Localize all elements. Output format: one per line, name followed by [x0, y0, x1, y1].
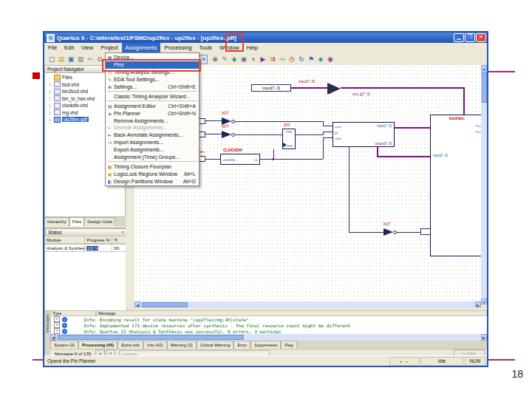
not-gate-3[interactable] — [383, 228, 393, 236]
out-bus-h[interactable] — [341, 87, 465, 89]
dff-symbol[interactable]: PRN CLRN — [282, 129, 296, 149]
simulator-tool-icon[interactable]: ◉ — [325, 54, 335, 65]
menu-file[interactable]: File — [44, 43, 61, 52]
annotation-box-toolbar — [225, 33, 244, 52]
menu-item-settings[interactable]: ⊕Settings...Ctrl+Shift+E — [106, 83, 199, 91]
mg-block[interactable]: input[7..0] reset go clock output[7..0] — [332, 122, 395, 147]
tree-item-label: mg.vhd — [62, 110, 78, 115]
message-row[interactable]: +iInfo: Quartus II Analysis & Synthesis … — [51, 328, 487, 334]
message-text: Info: Implemented 173 device resources a… — [83, 323, 350, 328]
expand-icon[interactable]: + — [54, 322, 60, 328]
flag-icon[interactable]: ⚑ — [306, 54, 316, 65]
menu-item-timing-closure-floorplan[interactable]: ▦Timing Closure Floorplan — [106, 163, 199, 170]
status-hint: Opens the Pin Planner — [44, 358, 389, 364]
menu-item-eda-tool-settings[interactable]: ✎EDA Tool Settings... — [106, 76, 199, 83]
menu-item-demote-assignments[interactable]: ⇤Demote Assignments... — [106, 124, 199, 132]
dff-prn-label: PRN — [286, 130, 292, 134]
status-column-0[interactable]: Module — [45, 236, 85, 244]
tab-files[interactable]: Files — [69, 217, 85, 226]
menu-item-import-assignments[interactable]: ⇥Import Assignments... — [106, 139, 199, 146]
stop-processing-icon[interactable]: ● — [248, 54, 259, 65]
menu-item-assignment-time-groups[interactable]: Assignment (Time) Groups... — [106, 154, 199, 161]
messages-tab-extra-info[interactable]: Extra Info — [117, 341, 143, 349]
menu-item-pin-planner[interactable]: ◈Pin PlannerCtrl+Shift+N — [106, 109, 199, 117]
menu-item-remove-assignments[interactable]: Remove Assignments... — [106, 117, 199, 124]
pin-planner-icon[interactable]: ◈ — [229, 54, 239, 65]
menu-item-back-annotate-assignments[interactable]: ⇤Back-Annotate Assignments... — [106, 132, 199, 139]
menu-item-assignment-editor[interactable]: ▤Assignment EditorCtrl+Shift+A — [106, 102, 199, 109]
cut-icon[interactable]: ✂ — [85, 54, 95, 65]
menu-item-logiclock-regions-window[interactable]: ▣LogicLock Regions WindowAlt+L — [106, 170, 199, 177]
message-column-header[interactable]: Message — [96, 310, 487, 316]
new-file-icon[interactable]: ▢ — [47, 54, 57, 65]
tab-hierarchy[interactable]: Hierarchy — [44, 217, 69, 226]
expand-icon[interactable]: + — [54, 328, 60, 334]
messages-header: Type Message — [50, 310, 487, 316]
status-column-1[interactable]: Progress % — [85, 236, 112, 244]
status-icons-cell: ●▲ — [389, 357, 419, 366]
not-gate-1[interactable] — [222, 117, 231, 125]
status-column-2[interactable]: Ti — [112, 236, 126, 244]
minimize-button[interactable]: ▁ — [454, 33, 464, 42]
messages-tab-info-42-[interactable]: Info (42) — [143, 341, 167, 349]
input-pin[interactable]: input[7..0] — [251, 84, 291, 92]
tab-design-units[interactable]: Design Units — [84, 217, 115, 226]
input-bus[interactable] — [291, 87, 327, 89]
partitions-icon: ◧ — [106, 179, 114, 184]
messages-tab-warning-3-[interactable]: Warning (3) — [167, 341, 197, 349]
messages-tab-error[interactable]: Error — [233, 341, 250, 349]
title-bar[interactable]: Q Quartus II - C:/altera/test1/FSMD/up2f… — [44, 33, 487, 43]
mg-port-clock: clock — [335, 137, 341, 140]
editor-hscrollbar[interactable]: ◀ ▶ — [134, 301, 481, 307]
start-compilation-icon[interactable]: ▶ — [258, 54, 268, 65]
menu-processing[interactable]: Processing — [160, 43, 195, 52]
open-file-icon[interactable]: ▤ — [56, 54, 66, 65]
bin2dec-block[interactable]: bin2dec Pout Pout input[7..0] — [430, 115, 484, 256]
clockdiv-label: CLOCKDIV — [223, 148, 242, 152]
messages-tab-processing-45-[interactable]: Processing (45) — [78, 341, 117, 349]
maximize-button[interactable]: ❐ — [465, 33, 475, 42]
messages-tab-system-3-[interactable]: System (3) — [50, 341, 78, 349]
clockdiv-in-label: clk25MHz — [222, 158, 236, 162]
type-column-header[interactable]: Type — [50, 310, 96, 316]
menu-tools[interactable]: Tools — [196, 43, 216, 52]
messages-tab-critical-warning[interactable]: Critical Warning — [197, 341, 234, 349]
menu-item-label: EDA Tool Settings... — [114, 77, 196, 82]
update-icon[interactable]: ↻ — [296, 54, 307, 65]
message-row[interactable]: +iInfo: Implemented 173 device resources… — [51, 322, 487, 328]
mg-output-label: output[7..0] — [375, 142, 392, 146]
analysis-synthesis-icon[interactable]: ⇉ — [267, 54, 278, 65]
messages-hscrollbar[interactable]: ◀ ▶ — [50, 334, 487, 341]
mg-port-reset: reset — [335, 125, 341, 129]
not-gate-2[interactable] — [222, 131, 231, 138]
messages-tab-flag[interactable]: Flag — [281, 341, 296, 349]
menu-item-classic-timing-analyzer-wizard[interactable]: Classic Timing Analyzer Wizard... — [106, 92, 199, 100]
assignment-editor-icon[interactable]: ✎ — [219, 54, 230, 65]
error-count-icon: ● — [398, 359, 403, 364]
close-button[interactable]: ✕ — [476, 33, 486, 42]
menu-help[interactable]: Help — [243, 43, 262, 52]
timing-analyzer-icon[interactable]: ◷ — [287, 54, 297, 65]
editor-vscrollbar[interactable]: ▲ ▼ — [481, 65, 487, 304]
tree-item-label: clockdiv.vhd — [62, 103, 88, 108]
menu-item-shortcut: Alt+L — [184, 171, 199, 177]
message-row[interactable]: +iInfo: Encoding result for state machin… — [51, 316, 487, 322]
messages-tab-suppressed[interactable]: Suppressed — [250, 341, 281, 349]
clockdiv-block[interactable]: clk25MHz clk — [220, 154, 260, 165]
status-module-cell: Analysis & Synthesis — [45, 244, 85, 252]
save-icon[interactable]: ▣ — [66, 54, 76, 65]
fitter-icon[interactable]: ⇨ — [277, 54, 287, 65]
menu-item-design-partitions-window[interactable]: ◧Design Partitions WindowAlt+D — [106, 177, 199, 185]
pin-planner-icon: ◈ — [106, 111, 114, 116]
menu-edit[interactable]: Edit — [61, 43, 78, 52]
print-icon[interactable]: ▥ — [75, 54, 86, 65]
menu-view[interactable]: View — [78, 43, 97, 52]
device-icon[interactable]: ◉ — [239, 54, 249, 65]
menu-item-export-assignments[interactable]: Export Assignments... — [106, 146, 199, 154]
chevron-down-icon[interactable]: ▼ — [201, 55, 207, 64]
expand-icon[interactable]: + — [54, 316, 60, 322]
settings-icon[interactable]: ⊕ — [210, 54, 220, 65]
compiler-tool-icon[interactable]: ◈ — [316, 54, 326, 65]
menu-project[interactable]: Project — [97, 43, 121, 52]
menu-assignments[interactable]: Assignments — [122, 43, 161, 52]
